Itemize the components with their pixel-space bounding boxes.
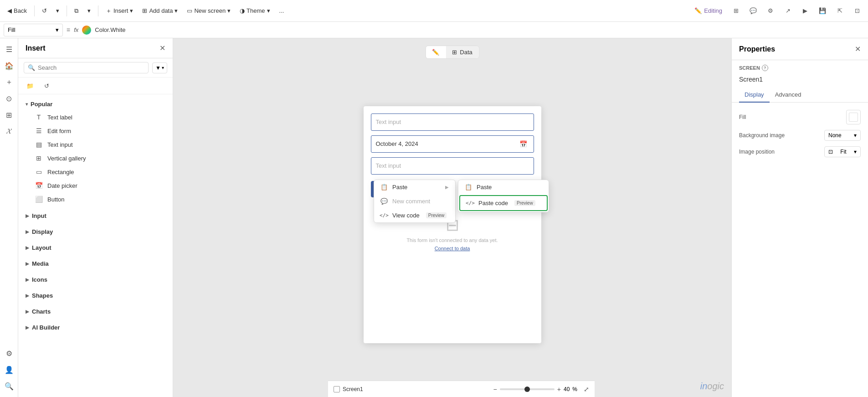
sub-menu-paste[interactable]: 📋 Paste	[458, 180, 549, 194]
share-icon-btn[interactable]: ↗	[781, 4, 795, 18]
media-group-header[interactable]: ▶ Media	[18, 258, 173, 270]
save-icon-btn[interactable]: 💾	[815, 4, 830, 18]
sidebar-search-icon[interactable]: 🔍	[2, 379, 16, 393]
copy-dropdown-button[interactable]: ▾	[84, 5, 94, 16]
canvas-edit-tab[interactable]: ✏️	[426, 46, 446, 58]
sidebar-data-icon[interactable]: ⊙	[2, 91, 16, 106]
back-button[interactable]: ◀ Back	[4, 5, 31, 16]
redo-dropdown-button[interactable]: ▾	[52, 5, 63, 16]
sub-menu-paste-code[interactable]: </> Paste code Preview	[459, 195, 548, 211]
divider-1	[34, 5, 35, 16]
comment-icon-btn[interactable]: 💬	[746, 4, 760, 18]
new-folder-icon[interactable]: 📁	[24, 79, 36, 92]
charts-group-header[interactable]: ▶ Charts	[18, 305, 173, 318]
paste-label: Paste	[392, 184, 407, 191]
canvas-date-input[interactable]: October 4, 2024 📅	[371, 135, 534, 153]
filter-button[interactable]: ▼ ▾	[152, 62, 167, 73]
insert-item-text-input[interactable]: ▤ Text input	[18, 138, 173, 151]
sidebar-user-icon[interactable]: 👤	[2, 362, 16, 377]
zoom-slider-thumb[interactable]	[524, 387, 530, 392]
charts-chevron-icon: ▶	[26, 309, 29, 314]
shapes-group-header[interactable]: ▶ Shapes	[18, 289, 173, 302]
expand-icon-btn[interactable]: ⇱	[832, 4, 847, 18]
text-input-text: Text input	[47, 141, 73, 148]
insert-item-rectangle[interactable]: ▭ Rectangle	[18, 165, 173, 179]
sidebar-insert-icon active[interactable]: ＋	[2, 75, 16, 89]
sidebar-variables-icon[interactable]: 𝓧	[2, 124, 16, 139]
layout-chevron-icon: ▶	[26, 245, 29, 250]
new-comment-label: New comment	[392, 198, 430, 205]
image-position-select[interactable]: ⊡ Fit ▾	[824, 146, 861, 157]
view-icon-btn[interactable]: ⊞	[729, 4, 743, 18]
undo-button[interactable]: ↺	[38, 5, 51, 16]
sidebar-home-icon[interactable]: 🏠	[2, 58, 16, 73]
canvas-area[interactable]: ✏️ ⊞ Data Text input October 4, 2024 📅 T…	[173, 38, 731, 397]
sidebar-components-icon[interactable]: ⊞	[2, 108, 16, 122]
zoom-out-button[interactable]: −	[493, 386, 497, 393]
settings-icon: ⚙	[768, 7, 773, 14]
properties-body: Fill Background image None ▾ Image posit…	[732, 103, 868, 165]
popular-group-label: Popular	[31, 101, 52, 108]
screen-help-icon[interactable]: ?	[762, 65, 768, 71]
play-icon-btn[interactable]: ▶	[798, 4, 812, 18]
zoom-in-button[interactable]: +	[557, 386, 561, 393]
copy-button[interactable]: ⧉	[71, 5, 82, 16]
context-menu-paste[interactable]: 📋 Paste ▶	[374, 180, 455, 194]
insert-item-edit-form[interactable]: ☰ Edit form	[18, 124, 173, 138]
layout-group-label: Layout	[32, 244, 51, 251]
editing-label: Editing	[704, 7, 722, 14]
new-screen-button[interactable]: ▭ New screen ▾	[183, 5, 234, 16]
expand-canvas-icon[interactable]: ⤢	[584, 386, 589, 393]
screen-checkbox[interactable]	[334, 386, 340, 392]
close-properties-button[interactable]: ✕	[855, 45, 861, 53]
more-button[interactable]: ...	[276, 5, 288, 16]
ai-builder-group-header[interactable]: ▶ AI Builder	[18, 321, 173, 334]
input-group-header[interactable]: ▶ Input	[18, 210, 173, 222]
formula-input[interactable]	[95, 24, 864, 36]
close-insert-button[interactable]: ✕	[159, 44, 165, 52]
fill-color-swatch[interactable]	[846, 110, 861, 124]
sidebar-menu-icon[interactable]: ☰	[2, 42, 16, 57]
canvas-text-input-2[interactable]: Text input	[371, 157, 534, 175]
popular-group-header[interactable]: ▾ Popular	[18, 98, 173, 110]
view-code-icon: </>	[380, 212, 388, 218]
theme-button[interactable]: ◑ Theme ▾	[236, 5, 273, 16]
advanced-tab[interactable]: Advanced	[770, 88, 807, 103]
display-group: ▶ Display	[18, 224, 173, 240]
insert-item-date-picker[interactable]: 📅 Date picker	[18, 179, 173, 192]
screen-name-label: Screen1	[343, 386, 363, 392]
zoom-slider[interactable]	[500, 388, 555, 390]
search-input[interactable]	[38, 64, 144, 71]
editing-button[interactable]: ✏️ Editing	[691, 5, 726, 16]
insert-item-button[interactable]: ⬜ Button	[18, 192, 173, 206]
refresh-icon[interactable]: ↺	[40, 79, 53, 92]
sidebar-settings-icon[interactable]: ⚙	[2, 346, 16, 361]
canvas-text-input-1[interactable]: Text input	[371, 113, 534, 131]
chevron-down-icon-5: ▾	[227, 7, 231, 14]
overflow-icon-btn[interactable]: ⊡	[850, 4, 864, 18]
context-menu-view-code[interactable]: </> View code Preview	[374, 208, 455, 222]
property-selector[interactable]: Fill ▾	[4, 24, 63, 36]
insert-item-vertical-gallery[interactable]: ⊞ Vertical gallery	[18, 151, 173, 165]
theme-label: Theme	[247, 7, 265, 14]
new-screen-label: New screen	[194, 7, 226, 14]
edit-form-icon: ☰	[35, 127, 43, 135]
vertical-gallery-text: Vertical gallery	[47, 155, 86, 162]
display-tab[interactable]: Display	[739, 88, 770, 103]
background-image-select[interactable]: None ▾	[824, 130, 861, 141]
paste-code-icon: </>	[467, 200, 474, 206]
context-menu-new-comment[interactable]: 💬 New comment	[374, 194, 455, 208]
share-icon: ↗	[786, 7, 791, 14]
insert-item-text-label[interactable]: T Text label	[18, 110, 173, 124]
insert-button[interactable]: ＋ Insert ▾	[102, 5, 137, 17]
icons-group-header[interactable]: ▶ Icons	[18, 273, 173, 286]
canvas-data-tab[interactable]: ⊞ Data	[446, 46, 478, 58]
icons-group: ▶ Icons	[18, 272, 173, 288]
paste-code-label: Paste code	[478, 200, 508, 206]
display-group-header[interactable]: ▶ Display	[18, 226, 173, 238]
layout-group-header[interactable]: ▶ Layout	[18, 242, 173, 254]
settings-icon-btn[interactable]: ⚙	[763, 4, 778, 18]
connect-data-link[interactable]: Connect to data	[435, 246, 470, 251]
filter-icon: ▼	[155, 65, 161, 71]
add-data-button[interactable]: ⊞ Add data ▾	[139, 5, 181, 16]
